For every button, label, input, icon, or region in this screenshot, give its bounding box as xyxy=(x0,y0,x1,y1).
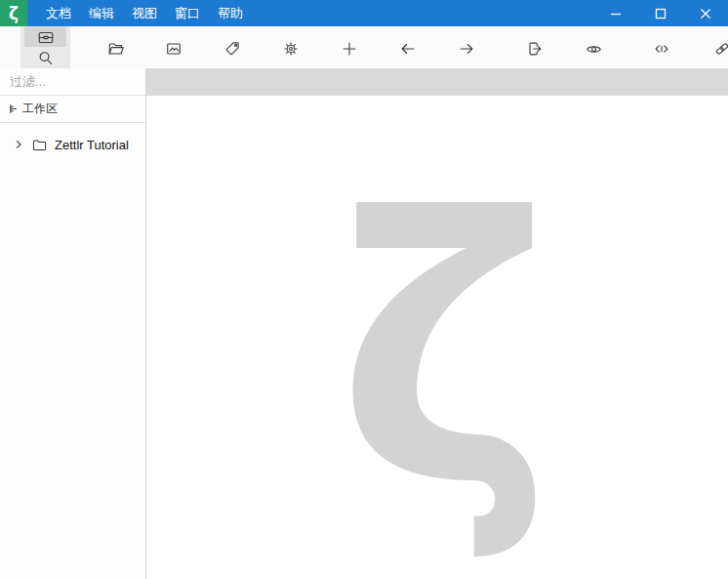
window-controls xyxy=(593,0,728,26)
folder-icon xyxy=(32,139,47,151)
tag-icon xyxy=(223,40,241,58)
filter-row xyxy=(0,68,145,96)
search-icon xyxy=(37,50,54,66)
export-button[interactable] xyxy=(521,35,548,62)
tag-cloud-button[interactable] xyxy=(219,35,246,62)
toolbar xyxy=(0,26,728,68)
workspaces-section-header: 工作区 xyxy=(0,96,145,123)
titlebar: ζ 文档 编辑 视图 窗口 帮助 xyxy=(0,0,728,26)
forward-arrow-icon xyxy=(458,40,475,58)
insert-code-button[interactable] xyxy=(648,35,675,62)
code-icon xyxy=(653,40,670,58)
zettlr-watermark: ζ xyxy=(337,192,553,515)
open-folder-icon xyxy=(107,40,125,58)
menu-window[interactable]: 窗口 xyxy=(166,0,209,26)
minimize-button[interactable] xyxy=(593,0,638,26)
minimize-icon xyxy=(610,8,622,20)
app-logo: ζ xyxy=(0,0,27,26)
workspace-tree: Zettlr Tutorial xyxy=(0,123,145,157)
close-button[interactable] xyxy=(683,0,728,26)
menu-view[interactable]: 视图 xyxy=(123,0,166,26)
open-workspace-button[interactable] xyxy=(102,35,130,62)
file-manager-toggle-icon xyxy=(37,30,55,45)
file-manager-sidebar: 工作区 Zettlr Tutorial xyxy=(0,68,146,579)
maximize-icon xyxy=(655,8,667,20)
link-icon xyxy=(713,40,728,58)
maximize-button[interactable] xyxy=(638,0,683,26)
zettlr-window: ζ 文档 编辑 视图 窗口 帮助 xyxy=(0,0,728,579)
navigate-forward-button[interactable] xyxy=(453,35,480,62)
filter-input[interactable] xyxy=(0,74,145,89)
insert-image-icon xyxy=(165,40,182,58)
global-search-button[interactable] xyxy=(24,48,66,67)
editor-empty-area: ζ xyxy=(146,96,728,579)
close-icon xyxy=(700,8,711,20)
chevron-right-icon[interactable] xyxy=(14,140,23,149)
tree-item-label: Zettlr Tutorial xyxy=(55,138,129,152)
insert-link-button[interactable] xyxy=(708,35,728,62)
workspaces-section-label: 工作区 xyxy=(22,101,58,117)
toolbar-left-panel xyxy=(20,26,70,68)
insert-image-button[interactable] xyxy=(160,35,187,62)
document-tabbar xyxy=(146,68,728,96)
preferences-button[interactable] xyxy=(277,35,304,62)
navigate-back-button[interactable] xyxy=(394,35,422,62)
menu-help[interactable]: 帮助 xyxy=(209,0,252,26)
readability-eye-icon xyxy=(585,40,603,59)
new-file-button[interactable] xyxy=(336,35,363,62)
back-arrow-icon xyxy=(399,40,417,58)
menu-document[interactable]: 文档 xyxy=(37,0,80,26)
new-file-plus-icon xyxy=(341,40,358,58)
export-icon xyxy=(526,40,544,58)
workspace-tree-icon xyxy=(8,103,20,115)
settings-gear-icon xyxy=(282,40,300,58)
logo-zeta-glyph: ζ xyxy=(9,4,19,23)
readability-button[interactable] xyxy=(580,35,607,62)
menu-edit[interactable]: 编辑 xyxy=(80,0,123,26)
tree-item-zettlr-tutorial[interactable]: Zettlr Tutorial xyxy=(0,132,145,157)
menubar: 文档 编辑 视图 窗口 帮助 xyxy=(37,0,252,26)
file-manager-toggle-button[interactable] xyxy=(24,27,66,47)
